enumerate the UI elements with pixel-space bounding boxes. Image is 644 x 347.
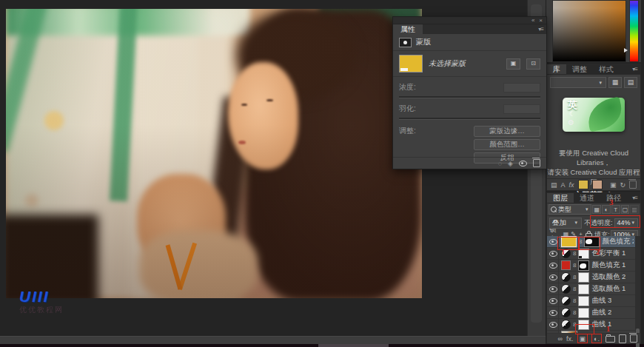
tab-paths[interactable]: 路径 — [600, 193, 627, 203]
add-graphic-icon[interactable]: ▤ — [551, 181, 557, 189]
layer-thumbnail[interactable] — [561, 320, 571, 329]
layer-visibility-toggle[interactable] — [549, 319, 559, 330]
layer-name[interactable]: 曲线 3 — [591, 296, 611, 306]
tab-properties[interactable]: 属性 — [393, 24, 423, 34]
mask-status-text: 未选择蒙版 — [429, 58, 500, 69]
layer-name[interactable]: 颜色填充 2 — [602, 237, 634, 246]
eye-icon — [549, 263, 557, 269]
blend-mode-select[interactable]: 叠加 ▾ — [549, 218, 582, 229]
delete-layer-icon[interactable] — [630, 334, 637, 343]
filter-type-select[interactable]: 类型 ▾ — [549, 204, 591, 215]
blend-mode-value: 叠加 — [552, 218, 566, 228]
tab-libraries[interactable]: 库 — [547, 64, 566, 74]
filter-type-layers-icon[interactable]: T — [611, 205, 620, 214]
saturation-brightness-field[interactable] — [552, 0, 626, 62]
filter-pixel-layers-icon[interactable]: ▦ — [592, 205, 601, 214]
layer-style-icon[interactable]: fx. — [566, 335, 574, 343]
load-selection-icon[interactable]: ◌ — [498, 160, 502, 167]
panel-menu-icon[interactable]: ▾≡ — [632, 64, 640, 74]
new-layer-icon[interactable] — [619, 334, 626, 343]
hue-strip[interactable] — [629, 0, 639, 62]
link-layers-icon[interactable]: ∞ — [558, 335, 563, 343]
tab-styles[interactable]: 样式 — [593, 64, 620, 74]
layer-name[interactable]: 选取颜色 1 — [591, 284, 625, 294]
layer-row[interactable]: 8色彩平衡 1 — [547, 248, 635, 260]
panel-menu-icon[interactable]: ▾≡ — [632, 193, 640, 203]
add-pixel-mask-button[interactable]: ▣ — [506, 58, 520, 70]
layers-panel: 图层 通道 路径 ▾≡ 类型 ▾ ▦ ◐ T ▢ ▥ 叠加 ▾ 不透明度: 44… — [546, 192, 641, 344]
feather-value-field[interactable] — [503, 104, 540, 114]
panel-menu-icon[interactable]: ▾≡ — [538, 24, 546, 34]
add-layer-mask-icon[interactable]: ▣ — [580, 335, 586, 343]
layer-mask-thumbnail[interactable] — [578, 320, 589, 330]
layer-mask-thumbnail[interactable] — [578, 260, 589, 271]
tab-adjustments[interactable]: 调整 — [566, 64, 593, 74]
collapse-panel-icon[interactable]: « — [531, 18, 534, 24]
layer-thumbnail[interactable] — [561, 236, 577, 247]
add-character-style-icon[interactable]: A — [561, 181, 566, 189]
layer-visibility-toggle[interactable] — [549, 236, 559, 247]
bottom-scrollbar[interactable] — [0, 344, 644, 347]
layer-thumbnail[interactable] — [561, 284, 571, 294]
layer-name[interactable]: 选取颜色 2 — [591, 272, 625, 282]
close-panel-icon[interactable]: × — [539, 18, 543, 24]
toggle-mask-eye-icon[interactable] — [519, 161, 527, 166]
filter-adjustment-layers-icon[interactable]: ◐ — [602, 205, 611, 214]
layer-name[interactable]: 曲线 2 — [591, 308, 611, 317]
layer-mask-thumbnail[interactable] — [578, 308, 589, 318]
layer-mask-thumbnail[interactable] — [578, 284, 589, 294]
layer-thumbnail[interactable] — [561, 296, 571, 306]
fill-layer-thumbnail[interactable] — [399, 55, 423, 73]
layer-row[interactable]: 8选取颜色 1 — [547, 283, 635, 295]
add-vector-mask-button[interactable]: ⊡ — [526, 58, 540, 70]
layer-visibility-toggle[interactable] — [549, 307, 559, 318]
tab-layers[interactable]: 图层 — [547, 193, 574, 203]
watermark-caption: 优优教程网 — [19, 305, 64, 315]
layer-visibility-toggle[interactable] — [549, 272, 559, 283]
layer-row[interactable]: 8曲线 3 — [547, 295, 635, 307]
layer-mask-thumbnail[interactable] — [584, 236, 600, 247]
layer-visibility-toggle[interactable] — [549, 260, 559, 271]
layer-mask-thumbnail[interactable] — [578, 296, 589, 306]
layer-name[interactable]: 曲线 1 — [591, 320, 611, 329]
layer-mask-thumbnail[interactable] — [578, 272, 589, 283]
sync-icon[interactable]: ↻ — [620, 181, 625, 189]
color-range-button[interactable]: 颜色范围… — [474, 139, 540, 150]
library-select[interactable]: ▾ — [550, 77, 606, 88]
layer-row[interactable]: 8曲线 1 — [547, 319, 635, 331]
layer-visibility-toggle[interactable] — [549, 283, 559, 294]
layer-name[interactable]: 色彩平衡 1 — [591, 249, 625, 258]
layer-mask-thumbnail[interactable] — [578, 249, 589, 259]
opacity-field[interactable]: 44% ▾ — [614, 218, 638, 228]
layer-thumbnail[interactable] — [561, 260, 571, 270]
grid-view-button[interactable]: ▦ — [608, 77, 622, 88]
layer-thumbnail[interactable] — [561, 308, 571, 317]
delete-library-item-icon[interactable] — [629, 181, 637, 189]
tab-channels[interactable]: 通道 — [574, 193, 600, 203]
new-group-icon[interactable] — [606, 336, 615, 343]
delete-mask-icon[interactable] — [533, 159, 540, 167]
layer-visibility-toggle[interactable] — [549, 295, 559, 306]
scrollbar-thumb[interactable] — [318, 344, 389, 347]
apply-mask-icon[interactable]: ◈ — [508, 160, 513, 167]
list-view-button[interactable]: ▤ — [624, 77, 637, 88]
layer-row[interactable]: 8颜色填充 1 — [547, 260, 635, 272]
filter-smart-objects-icon[interactable]: ▥ — [630, 205, 639, 214]
stroke-color-swatch[interactable] — [592, 180, 603, 189]
mask-edge-button[interactable]: 蒙版边缘… — [474, 126, 540, 137]
layer-thumbnail[interactable] — [561, 249, 571, 258]
layer-visibility-toggle[interactable] — [549, 248, 559, 259]
new-adjustment-layer-icon[interactable]: ◐. — [594, 335, 600, 343]
layer-row[interactable]: 8颜色填充 2 — [547, 236, 635, 248]
filter-shape-layers-icon[interactable]: ▢ — [621, 205, 630, 214]
layer-row[interactable]: 8选取颜色 2 — [547, 272, 635, 283]
layer-row[interactable]: 8曲线 2 — [547, 307, 635, 319]
density-value-field[interactable] — [503, 83, 540, 92]
library-options-icon[interactable]: ▣ — [610, 181, 617, 189]
add-layer-style-icon[interactable]: fx — [569, 181, 574, 189]
layer-name[interactable]: 颜色填充 1 — [591, 260, 625, 270]
fill-color-swatch[interactable] — [578, 180, 588, 189]
hue-slider-arrow-icon[interactable] — [624, 48, 628, 53]
layers-scrollbar[interactable] — [635, 236, 640, 334]
layer-thumbnail[interactable] — [561, 272, 571, 282]
